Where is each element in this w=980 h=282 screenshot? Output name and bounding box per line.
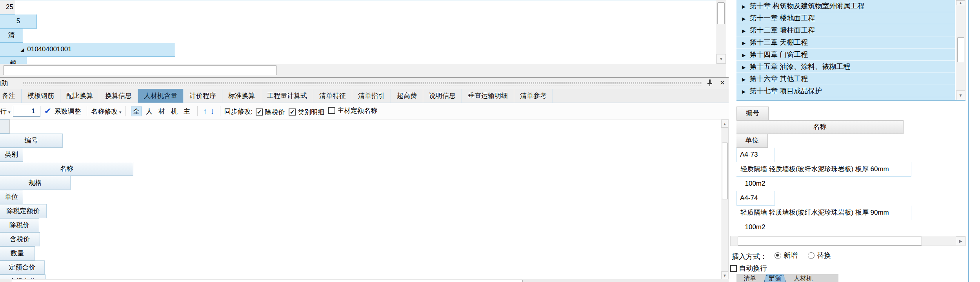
tree-item-0[interactable]: ▶第十章 构筑物及建筑物室外附属工程	[736, 0, 955, 12]
autowrap-row[interactable]: 自动换行	[730, 263, 848, 273]
sync-checkbox-2[interactable]: 主材定额名称	[328, 106, 377, 115]
autowrap-checkbox[interactable]	[730, 265, 737, 272]
collapsed-icon[interactable]: ▶	[742, 77, 745, 82]
tree-vscroll-up-icon[interactable]: ▲	[956, 0, 965, 5]
column-header-quantity: 数量	[0, 246, 35, 260]
collapsed-icon[interactable]: ▶	[742, 89, 745, 94]
bill-cell-seq[interactable]: 5	[0, 14, 37, 29]
tree-item-label: 第十二章 墙柱面工程	[749, 26, 815, 34]
chapter-tree: ▶第十章 构筑物及建筑物室外附属工程▶第十一章 楼地面工程▶第十二章 墙柱面工程…	[736, 0, 956, 100]
chevron-down-icon: ▾	[8, 110, 11, 114]
tab-0[interactable]: 备注	[0, 89, 22, 103]
tree-item-6[interactable]: ▶第十六章 其他工程	[736, 73, 955, 85]
bill-cell-lock[interactable]: 锁	[0, 57, 27, 64]
close-icon[interactable]: ✕	[718, 78, 727, 88]
pin-icon[interactable]	[706, 79, 715, 88]
tree-item-partial	[736, 97, 955, 100]
move-down-icon[interactable]: ↓	[210, 107, 215, 116]
quota-cell-unit[interactable]: 100m2	[736, 177, 774, 191]
tree-item-2[interactable]: ▶第十二章 墙柱面工程	[736, 24, 955, 36]
coef-adjust-button[interactable]: 系数调整	[55, 107, 81, 116]
collapsed-icon[interactable]: ▶	[742, 4, 745, 9]
tab-2[interactable]: 配比换算	[60, 89, 99, 103]
header-corner	[0, 119, 10, 134]
resource-grid: 编号类别名称规格单位除税定额价除税价含税价数量定额合价市场合价定额数量系数调整实…	[0, 119, 721, 279]
resource-hscroll-thumb[interactable]	[11, 280, 523, 282]
filter-材[interactable]: 材	[157, 107, 167, 116]
tree-item-4[interactable]: ▶第十四章 门窗工程	[736, 49, 955, 61]
bill-cell-code[interactable]: ◢010404001001	[0, 43, 175, 57]
radio-label: 新增	[784, 250, 798, 261]
row-select-button[interactable]: 选择行▾	[0, 107, 11, 116]
sync-modify-label: 同步修改:	[224, 107, 253, 116]
tab-13[interactable]: 清单参考	[514, 89, 553, 103]
filter-全[interactable]: 全	[131, 107, 142, 116]
tree-item-label: 第十一章 楼地面工程	[749, 14, 815, 22]
quota-cell-name[interactable]: 轻质隔墙 轻质墙板(玻纤水泥珍珠岩板) 板厚 90mm	[736, 206, 911, 220]
tab-6[interactable]: 标准换算	[222, 89, 261, 103]
aux-tab-bar: 备注模板钢筋配比换算换算信息人材机含量计价程序标准换算工程量计算式清单特征清单指…	[0, 89, 729, 103]
tree-item-3[interactable]: ▶第十三章 天棚工程	[736, 36, 955, 49]
rename-button[interactable]: 名称修改▾	[91, 107, 122, 116]
expand-icon[interactable]: ◢	[20, 47, 24, 52]
quota-cell-unit[interactable]: 100m2	[736, 220, 774, 233]
filter-人[interactable]: 人	[144, 107, 155, 116]
tab-12[interactable]: 垂直运输明细	[462, 89, 514, 103]
insert-mode-option-1[interactable]: 替换	[808, 250, 831, 261]
sync-checkbox-1[interactable]: ✔类别明细	[289, 108, 324, 117]
tree-item-label: 第十七章 项目成品保护	[749, 87, 822, 95]
column-header-unit: 单位	[0, 190, 23, 204]
toolbar-separator	[87, 106, 87, 116]
quota-cell-code[interactable]: A4-74	[736, 191, 775, 206]
insert-mode-option-0[interactable]: 新增	[775, 250, 798, 261]
tab-3[interactable]: 换算信息	[99, 89, 138, 103]
resource-vscroll-down-icon[interactable]: ▼	[721, 271, 728, 279]
tab-4[interactable]: 人材机含量	[138, 89, 184, 103]
collapsed-icon[interactable]: ▶	[742, 40, 745, 46]
quota-hscroll-thumb[interactable]	[738, 237, 922, 246]
checkbox-label: 主材定额名称	[337, 106, 377, 115]
quota-hscroll-right-icon[interactable]: ▶	[956, 236, 965, 246]
tree-vscroll-down-icon[interactable]: ▼	[956, 90, 965, 100]
bill-vscroll-thumb[interactable]	[717, 2, 725, 24]
panel-drag-handle[interactable]	[23, 81, 702, 85]
collapsed-icon[interactable]: ▶	[742, 28, 745, 34]
tree-vscroll-thumb[interactable]	[957, 37, 964, 62]
quota-header-unit: 单位	[736, 134, 768, 148]
library-tab-1[interactable]: 定额	[763, 274, 787, 282]
tab-11[interactable]: 说明信息	[423, 89, 462, 103]
tab-8[interactable]: 清单特征	[313, 89, 352, 103]
sync-checkbox-0[interactable]: ✔除税价	[256, 108, 285, 117]
library-tab-0[interactable]: 清单	[738, 274, 762, 282]
resource-vscroll-up-icon[interactable]: ▲	[721, 120, 728, 128]
collapsed-icon[interactable]: ▶	[742, 16, 745, 22]
row-count-input[interactable]	[13, 106, 40, 117]
tree-item-label: 第十三章 天棚工程	[749, 38, 808, 46]
tab-7[interactable]: 工程量计算式	[261, 89, 313, 103]
tree-item-7[interactable]: ▶第十七章 项目成品保护	[736, 85, 955, 97]
filter-主[interactable]: 主	[182, 107, 192, 116]
quota-cell-code[interactable]: A4-73	[736, 148, 775, 162]
checkbox-label: 类别明细	[298, 108, 324, 117]
checkbox-icon: ✔	[256, 108, 263, 116]
bill-hscroll-thumb[interactable]	[3, 65, 277, 75]
collapsed-icon[interactable]: ▶	[742, 52, 745, 58]
tab-9[interactable]: 清单指引	[352, 89, 391, 103]
column-header-market-total: 市场合价	[0, 275, 46, 279]
tab-10[interactable]: 超高费	[391, 89, 423, 103]
bill-cell-type[interactable]: 清	[0, 29, 23, 43]
column-header-price-notax: 除税价	[0, 218, 39, 232]
library-tab-2[interactable]: 人材机	[788, 274, 818, 282]
quota-cell-name[interactable]: 轻质隔墙 轻质墙板(玻纤水泥珍珠岩板) 板厚 60mm	[736, 162, 911, 177]
tab-5[interactable]: 计价程序	[184, 89, 222, 103]
column-header-price-tax: 含税价	[0, 232, 40, 246]
tree-item-1[interactable]: ▶第十一章 楼地面工程	[736, 12, 955, 24]
tree-item-5[interactable]: ▶第十五章 油漆、涂料、裱糊工程	[736, 61, 955, 73]
apply-check-icon[interactable]: ✔	[44, 106, 51, 116]
bill-vscroll-down-icon[interactable]: ▼	[716, 54, 726, 63]
collapsed-icon[interactable]: ▶	[742, 65, 745, 70]
tab-1[interactable]: 模板钢筋	[22, 89, 60, 103]
resource-vscroll-thumb[interactable]	[722, 143, 728, 199]
filter-机[interactable]: 机	[169, 107, 180, 116]
move-up-icon[interactable]: ↑	[203, 107, 207, 116]
